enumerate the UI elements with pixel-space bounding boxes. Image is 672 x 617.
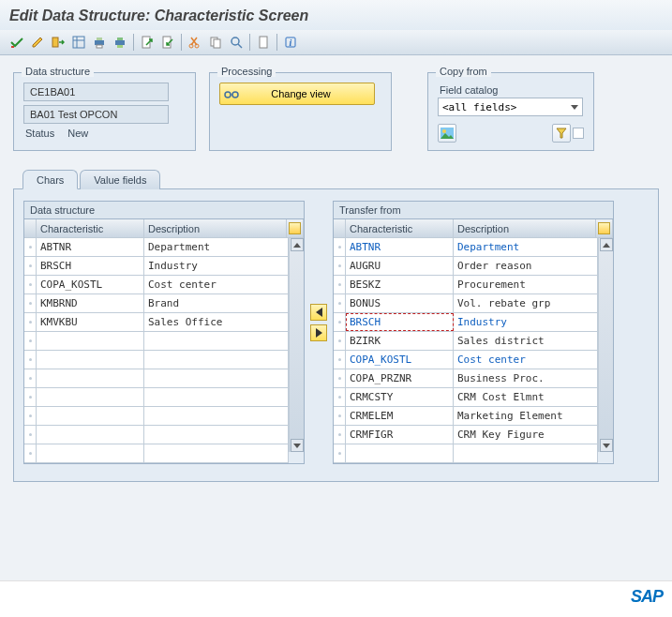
cell-description[interactable]: Cost center — [144, 276, 289, 293]
cell-characteristic[interactable]: COPA_KOSTL — [37, 276, 144, 293]
tab-value-fields[interactable]: Value fields — [80, 170, 160, 189]
picture-icon[interactable] — [438, 124, 456, 143]
cell-description[interactable] — [454, 444, 598, 462]
cell-characteristic[interactable]: BRSCH — [37, 257, 144, 275]
table-row[interactable]: CRMCSTYCRM Cost Elmnt — [334, 388, 598, 407]
col-characteristic[interactable]: Characteristic — [346, 219, 454, 237]
cell-characteristic[interactable] — [37, 369, 144, 387]
cell-description[interactable]: Sales district — [454, 332, 598, 350]
cell-description[interactable] — [144, 351, 289, 369]
cell-description[interactable]: Industry — [144, 257, 289, 275]
pencil-icon[interactable] — [28, 33, 47, 52]
table-row[interactable]: AUGRUOrder reason — [334, 257, 598, 276]
row-selector[interactable] — [334, 313, 346, 331]
scroll-up-icon[interactable] — [600, 238, 613, 251]
row-selector[interactable] — [334, 426, 346, 444]
tab-chars[interactable]: Chars — [22, 170, 78, 189]
col-description[interactable]: Description — [144, 219, 287, 237]
row-selector[interactable] — [24, 313, 37, 331]
table-row[interactable]: BONUSVol. rebate grp — [334, 294, 598, 313]
table-row[interactable] — [24, 444, 289, 463]
col-characteristic[interactable]: Characteristic — [37, 219, 144, 237]
cell-description[interactable]: Procurement — [454, 276, 598, 293]
cell-description[interactable]: Cost center — [454, 351, 598, 369]
cell-description[interactable] — [144, 388, 289, 406]
cell-characteristic[interactable] — [37, 332, 144, 350]
table-row[interactable]: CRMFIGRCRM Key Figure — [334, 426, 598, 444]
table-row[interactable]: COPA_PRZNRBusiness Proc. — [334, 369, 598, 388]
cell-description[interactable] — [144, 426, 289, 444]
row-selector[interactable] — [334, 444, 346, 462]
cell-description[interactable]: Industry — [454, 313, 598, 331]
cell-characteristic[interactable]: CRMCSTY — [346, 388, 454, 406]
row-selector[interactable] — [334, 257, 346, 275]
row-selector[interactable] — [24, 238, 37, 256]
cell-description[interactable]: Sales Office — [144, 313, 289, 331]
scroll-up-icon[interactable] — [291, 238, 304, 251]
table-row[interactable]: CRMELEMMarketing Element — [334, 407, 598, 426]
blank-doc-icon[interactable] — [254, 33, 273, 52]
cell-characteristic[interactable]: COPA_KOSTL — [346, 351, 454, 369]
table-row[interactable] — [24, 332, 289, 351]
table-row[interactable]: BRSCHIndustry — [334, 313, 598, 332]
row-selector[interactable] — [24, 332, 37, 350]
row-selector[interactable] — [334, 388, 346, 406]
table-config-button[interactable] — [287, 219, 304, 237]
scroll-down-icon[interactable] — [291, 439, 304, 452]
cell-characteristic[interactable]: CRMELEM — [346, 407, 454, 425]
export-icon[interactable] — [138, 33, 157, 52]
change-view-button[interactable]: Change view — [219, 83, 375, 105]
cell-characteristic[interactable] — [37, 388, 144, 406]
table-row[interactable] — [334, 444, 598, 463]
table-row[interactable]: BZIRKSales district — [334, 332, 598, 351]
cell-characteristic[interactable] — [37, 407, 144, 425]
table-row[interactable]: COPA_KOSTLCost center — [334, 351, 598, 369]
print-icon[interactable] — [90, 33, 109, 52]
row-selector[interactable] — [334, 294, 346, 312]
cell-characteristic[interactable]: COPA_PRZNR — [346, 369, 454, 387]
cell-characteristic[interactable]: BONUS — [346, 294, 454, 312]
scroll-down-icon[interactable] — [600, 439, 613, 452]
copy-icon[interactable] — [206, 33, 225, 52]
row-selector[interactable] — [334, 351, 346, 369]
cell-description[interactable]: Marketing Element — [454, 407, 598, 425]
toggle-icon[interactable] — [49, 33, 67, 52]
move-right-button[interactable] — [310, 324, 327, 341]
cell-description[interactable]: CRM Key Figure — [454, 426, 598, 444]
cell-description[interactable]: Order reason — [454, 257, 598, 275]
print-grid-icon[interactable] — [111, 33, 129, 52]
cell-description[interactable]: Vol. rebate grp — [454, 294, 598, 312]
table-row[interactable] — [24, 388, 289, 407]
row-selector[interactable] — [24, 407, 37, 425]
cell-characteristic[interactable]: BRSCH — [346, 313, 454, 331]
col-description[interactable]: Description — [454, 219, 596, 237]
row-selector[interactable] — [24, 351, 37, 369]
cell-description[interactable]: CRM Cost Elmnt — [454, 388, 598, 406]
row-selector[interactable] — [24, 388, 37, 406]
row-selector[interactable] — [334, 407, 346, 425]
cell-characteristic[interactable]: ABTNR — [37, 238, 144, 256]
cell-characteristic[interactable] — [346, 444, 454, 462]
cell-characteristic[interactable]: AUGRU — [346, 257, 454, 275]
cell-description[interactable]: Department — [454, 238, 598, 256]
cut-icon[interactable] — [186, 33, 204, 52]
cell-characteristic[interactable]: BZIRK — [346, 332, 454, 350]
scrollbar[interactable] — [598, 238, 613, 452]
cell-characteristic[interactable] — [37, 351, 144, 369]
row-selector[interactable] — [24, 294, 37, 312]
row-selector[interactable] — [334, 332, 346, 350]
cell-characteristic[interactable]: KMVKBU — [37, 313, 144, 331]
row-selector[interactable] — [24, 276, 37, 293]
cell-description[interactable] — [144, 407, 289, 425]
cell-description[interactable]: Brand — [144, 294, 289, 312]
table-settings-icon[interactable] — [69, 33, 88, 52]
table-config-button[interactable] — [596, 219, 613, 237]
table-row[interactable] — [24, 351, 289, 369]
table-row[interactable]: KMBRNDBrand — [24, 294, 289, 313]
row-selector[interactable] — [334, 369, 346, 387]
row-selector[interactable] — [334, 238, 346, 256]
cell-characteristic[interactable]: ABTNR — [346, 238, 454, 256]
field-catalog-select[interactable]: <all fields> — [438, 98, 583, 116]
scrollbar[interactable] — [289, 238, 304, 452]
check-icon[interactable] — [7, 33, 26, 52]
